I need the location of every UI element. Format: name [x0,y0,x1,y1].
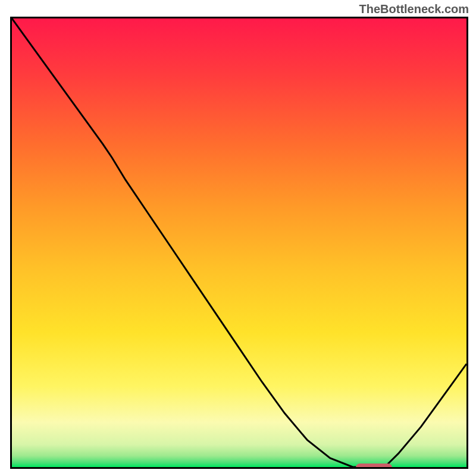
optimal-range-marker [356,464,393,469]
gradient-background [12,18,466,467]
watermark-text: TheBottleneck.com [359,2,469,16]
chart-plot-area [10,17,468,469]
svg-rect-0 [12,18,466,467]
